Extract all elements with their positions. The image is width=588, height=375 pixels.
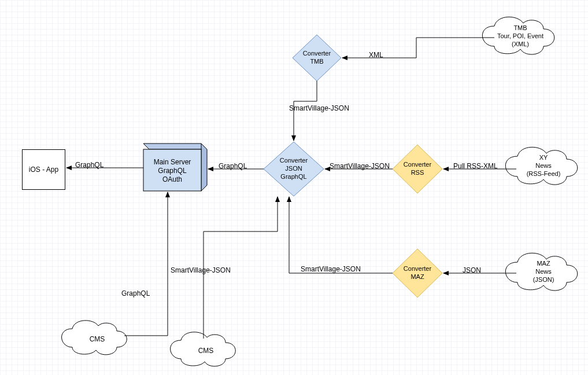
edge-graphql-app: GraphQL xyxy=(75,161,103,169)
cloud-maz-label: MAZ News (JSON) xyxy=(509,258,578,286)
ios-app-box: iOS - App xyxy=(22,149,65,190)
cloud-maz-l1: MAZ xyxy=(537,260,550,268)
edge-json: JSON xyxy=(463,266,481,274)
cloud-xy-label: XY News (RSS-Feed) xyxy=(509,152,578,181)
cloud-cms2-label: CMS xyxy=(177,343,235,359)
edge-svjson-tmb: SmartVillage-JSON xyxy=(289,104,349,112)
cloud-tmb-l2: Tour, POI, Event xyxy=(497,32,543,41)
cloud-tmb-l3: (XML) xyxy=(512,41,529,49)
cloud-xy-l1: XY xyxy=(539,154,548,162)
conv-rss-label: Converter RSS xyxy=(394,157,441,181)
cloud-tmb-l1: TMB xyxy=(513,24,527,32)
edge-svjson-cms: SmartVillage-JSON xyxy=(171,266,231,274)
cloud-tmb-label: TMB Tour, POI, Event (XML) xyxy=(486,22,555,51)
cloud-maz-l3: (JSON) xyxy=(533,276,554,284)
cloud-xy-l3: (RSS-Feed) xyxy=(527,170,561,178)
conv-json-label: Converter JSON GraphQL xyxy=(266,155,321,183)
main-server-l2: GraphQL xyxy=(158,167,186,175)
cloud-xy-l2: News xyxy=(535,162,552,170)
edge-pull-rss: Pull RSS-XML xyxy=(453,162,498,170)
cloud-maz-l2: News xyxy=(535,268,552,276)
cloud-cms1-label: CMS xyxy=(68,331,126,347)
ios-app-label: iOS - App xyxy=(29,166,58,174)
conv-tmb-label: Converter TMB xyxy=(293,46,341,69)
edge-graphql-conv: GraphQL xyxy=(219,162,247,170)
edge-xml: XML xyxy=(369,51,383,59)
edge-svjson-rss: SmartVillage-JSON xyxy=(330,162,390,170)
main-server-l1: Main Server xyxy=(154,158,191,167)
conv-maz-label: Converter MAZ xyxy=(394,262,441,285)
main-server-l3: OAuth xyxy=(162,175,182,184)
edge-graphql-cms: GraphQL xyxy=(121,289,150,297)
main-server-label: Main Server GraphQL OAuth xyxy=(145,155,200,187)
edge-svjson-maz: SmartVillage-JSON xyxy=(301,265,361,273)
